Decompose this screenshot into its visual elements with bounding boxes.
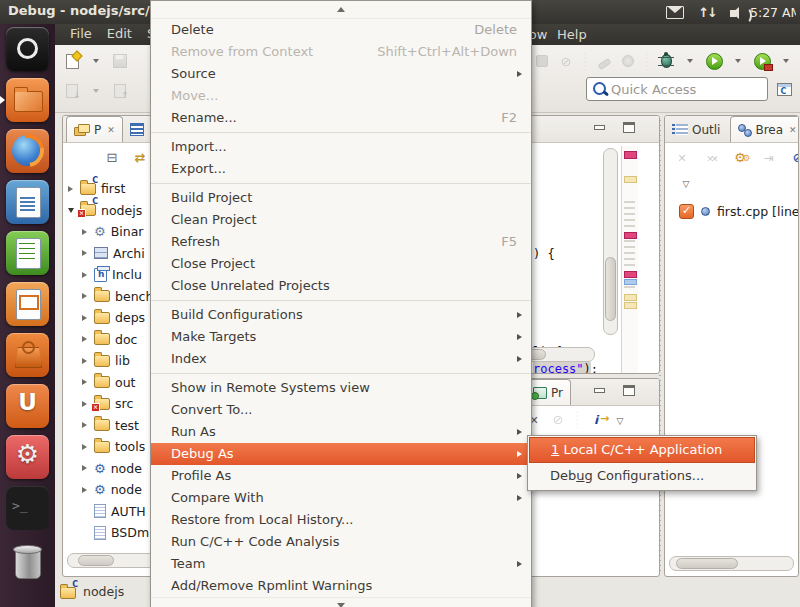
menu-item-rename[interactable]: Rename...F2 xyxy=(151,107,531,129)
importbp-button[interactable] xyxy=(760,147,778,167)
tab-outline[interactable]: Outli xyxy=(665,117,727,142)
collapsed-arrow-icon[interactable] xyxy=(77,422,92,428)
graydot-button[interactable] xyxy=(619,51,637,71)
docup-button[interactable] xyxy=(111,81,129,101)
collapsed-arrow-icon[interactable] xyxy=(77,401,92,407)
launcher-trash[interactable] xyxy=(6,540,49,584)
menu-edit[interactable]: Edit xyxy=(105,25,134,42)
run-button[interactable] xyxy=(705,51,723,71)
network-icon[interactable] xyxy=(698,4,716,20)
mail-icon[interactable] xyxy=(666,6,684,19)
menu-item-run-as[interactable]: Run As xyxy=(151,421,531,443)
dd-button[interactable] xyxy=(729,51,747,71)
tab-project-explorer[interactable]: P ✕ xyxy=(66,116,123,142)
expanded-arrow-icon[interactable] xyxy=(63,208,78,213)
menu-item-export[interactable]: Export... xyxy=(151,158,531,180)
menu-item-make-targets[interactable]: Make Targets xyxy=(151,326,531,348)
stop-button[interactable] xyxy=(533,51,551,71)
dddis-button[interactable] xyxy=(87,81,105,101)
launcher-settings[interactable]: ⚙ xyxy=(6,435,49,479)
xx-button[interactable] xyxy=(702,147,720,167)
menu-item-delete[interactable]: DeleteDelete xyxy=(151,19,531,41)
editor-vertical-scrollbar[interactable] xyxy=(603,148,618,335)
gears-button[interactable] xyxy=(731,147,749,167)
close-icon[interactable]: ✕ xyxy=(107,125,115,135)
dd-button[interactable] xyxy=(87,51,105,71)
launcher-writer[interactable] xyxy=(6,180,49,224)
persp-c-button[interactable] xyxy=(775,79,793,99)
newdoc-button[interactable] xyxy=(63,51,81,71)
submenu-item-1-local-c-c-application[interactable]: 1 Local C/C++ Application xyxy=(529,437,755,463)
menu-item-restore-from-local-history[interactable]: Restore from Local History... xyxy=(151,509,531,531)
dd-button[interactable] xyxy=(777,51,795,71)
breakpoint-checkbox[interactable] xyxy=(679,204,694,219)
menu-item-import[interactable]: Import... xyxy=(151,136,531,158)
tab-navigator[interactable] xyxy=(123,117,151,142)
collapsed-arrow-icon[interactable] xyxy=(77,465,92,471)
launcher-terminal[interactable]: >_ xyxy=(6,486,49,530)
menu-item-refresh[interactable]: RefreshF5 xyxy=(151,231,531,253)
circleslash-button[interactable] xyxy=(557,51,575,71)
runext-button[interactable] xyxy=(753,51,771,71)
clock[interactable]: 5:27 AM xyxy=(750,5,796,20)
viewmenu-button[interactable] xyxy=(677,172,695,192)
collapse-button[interactable] xyxy=(103,147,121,167)
skipall-button[interactable] xyxy=(789,147,799,167)
submenu-item-debug-configurations[interactable]: Debug Configurations... xyxy=(529,463,755,489)
menu-item-source[interactable]: Source xyxy=(151,63,531,85)
menu-help[interactable]: Help xyxy=(555,26,589,43)
menu-scroll-up[interactable] xyxy=(151,1,531,19)
collapsed-arrow-icon[interactable] xyxy=(77,487,92,493)
collapsed-arrow-icon[interactable] xyxy=(77,250,92,256)
launcher-impress[interactable] xyxy=(6,282,49,326)
menu-item-team[interactable]: Team xyxy=(151,553,531,575)
minimize-icon[interactable] xyxy=(594,388,605,393)
maximize-icon[interactable] xyxy=(623,385,635,396)
menu-item-add-remove-rpmlint-warnings[interactable]: Add/Remove Rpmlint Warnings xyxy=(151,575,531,597)
circleslash-button[interactable] xyxy=(549,409,567,429)
save-button[interactable] xyxy=(111,51,129,71)
minimize-icon[interactable] xyxy=(594,125,605,130)
rp-horizontal-scrollbar[interactable] xyxy=(669,556,794,571)
infoarrow-button[interactable] xyxy=(587,409,605,429)
menu-item-build-configurations[interactable]: Build Configurations xyxy=(151,304,531,326)
menu-item-compare-with[interactable]: Compare With xyxy=(151,487,531,509)
menu-item-index[interactable]: Index xyxy=(151,348,531,370)
dd-button[interactable] xyxy=(681,51,699,71)
quick-access-input[interactable] xyxy=(586,77,768,101)
menu-item-build-project[interactable]: Build Project xyxy=(151,187,531,209)
collapsed-arrow-icon[interactable] xyxy=(77,444,92,450)
collapsed-arrow-icon[interactable] xyxy=(77,336,92,342)
menu-item-close-unrelated-projects[interactable]: Close Unrelated Projects xyxy=(151,275,531,297)
collapsed-arrow-icon[interactable] xyxy=(77,358,92,364)
menu-item-run-c-c-code-analysis[interactable]: Run C/C++ Code Analysis xyxy=(151,531,531,553)
volume-icon[interactable] xyxy=(730,10,736,17)
menu-item-close-project[interactable]: Close Project xyxy=(151,253,531,275)
menu-item-profile-as[interactable]: Profile As xyxy=(151,465,531,487)
collapsed-arrow-icon[interactable] xyxy=(63,186,78,192)
tab-breakpoints[interactable]: Brea ✕ xyxy=(730,116,799,142)
menu-item-clean-project[interactable]: Clean Project xyxy=(151,209,531,231)
viewmenu-button[interactable] xyxy=(611,409,629,429)
menu-item-show-in-remote-systems-view[interactable]: Show in Remote Systems view xyxy=(151,377,531,399)
maximize-icon[interactable] xyxy=(623,122,635,133)
link-button[interactable] xyxy=(131,147,149,167)
breakpoint-row[interactable]: first.cpp [line xyxy=(679,204,799,219)
close-icon[interactable]: ✕ xyxy=(789,125,797,135)
launcher-dash[interactable] xyxy=(6,27,49,71)
launcher-firefox[interactable] xyxy=(6,129,49,173)
collapsed-arrow-icon[interactable] xyxy=(77,272,92,278)
menu-item-convert-to[interactable]: Convert To... xyxy=(151,399,531,421)
collapsed-arrow-icon[interactable] xyxy=(77,379,92,385)
docdown-button[interactable] xyxy=(63,81,81,101)
launcher-ubuntu-one[interactable]: U xyxy=(6,384,49,428)
menu-item-debug-as[interactable]: Debug As xyxy=(151,443,531,465)
x-button[interactable] xyxy=(673,147,691,167)
launcher-files[interactable] xyxy=(6,78,49,122)
collapsed-arrow-icon[interactable] xyxy=(77,293,92,299)
collapsed-arrow-icon[interactable] xyxy=(77,315,92,321)
brush-button[interactable] xyxy=(595,51,613,71)
menu-scroll-down[interactable] xyxy=(151,597,531,607)
launcher-calc[interactable] xyxy=(6,231,49,275)
overview-ruler[interactable] xyxy=(621,146,638,374)
